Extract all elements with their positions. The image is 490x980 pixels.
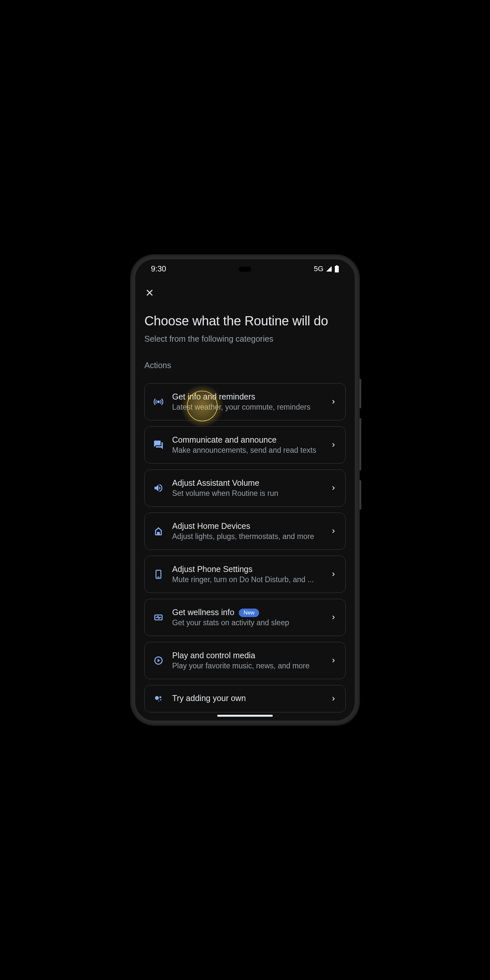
action-title: Try adding your own — [172, 694, 322, 703]
phone-side-button — [360, 480, 361, 510]
svg-point-8 — [158, 701, 159, 702]
chevron-right-icon — [329, 614, 337, 621]
action-item-home-devices[interactable]: Adjust Home Devices Adjust lights, plugs… — [145, 512, 345, 550]
chevron-right-icon — [329, 441, 337, 449]
svg-point-7 — [160, 699, 161, 700]
action-title: Adjust Assistant Volume — [172, 478, 322, 488]
new-badge: New — [239, 609, 259, 617]
chevron-right-icon — [329, 484, 337, 492]
action-subtitle: Adjust lights, plugs, thermostats, and m… — [172, 532, 322, 541]
action-item-media[interactable]: Play and control media Play your favorit… — [145, 642, 345, 679]
phone-screen: 9:30 5G Choose what the Routine will do … — [135, 259, 355, 721]
volume-icon — [153, 482, 164, 494]
action-item-phone-settings[interactable]: Adjust Phone Settings Mute ringer, turn … — [145, 556, 345, 593]
action-subtitle: Mute ringer, turn on Do Not Disturb, and… — [172, 575, 322, 584]
action-title: Adjust Phone Settings — [172, 565, 322, 574]
action-subtitle: Get your stats on activity and sleep — [172, 618, 322, 627]
navigation-handle[interactable] — [217, 715, 273, 717]
chevron-right-icon — [329, 695, 337, 703]
action-list: Get info and reminders Latest weather, y… — [145, 383, 345, 713]
chevron-right-icon — [329, 398, 337, 406]
camera-cutout — [239, 267, 251, 272]
action-subtitle: Set volume when Routine is run — [172, 489, 322, 498]
action-title: Adjust Home Devices — [172, 521, 322, 531]
page-subtitle: Select from the following categories — [145, 334, 345, 344]
action-title: Play and control media — [172, 651, 322, 660]
chevron-right-icon — [329, 527, 337, 535]
phone-side-button — [360, 418, 361, 470]
action-title: Communicate and announce — [172, 435, 322, 445]
svg-point-6 — [159, 696, 161, 698]
status-time: 9:30 — [151, 264, 166, 274]
phone-frame: 9:30 5G Choose what the Routine will do … — [130, 255, 360, 725]
page-title: Choose what the Routine will do — [145, 313, 345, 328]
close-button[interactable] — [143, 286, 156, 299]
action-subtitle: Latest weather, your commute, reminders — [172, 403, 322, 412]
chevron-right-icon — [329, 657, 337, 665]
svg-point-5 — [155, 696, 159, 700]
section-label: Actions — [145, 361, 345, 370]
action-item-custom[interactable]: Try adding your own — [145, 685, 345, 713]
play-icon — [153, 655, 164, 667]
signal-icon — [325, 266, 332, 272]
chat-icon — [153, 439, 164, 451]
phone-side-button — [360, 379, 361, 408]
action-subtitle: Make announcements, send and read texts — [172, 446, 322, 455]
action-title: Get info and reminders — [172, 392, 322, 401]
action-item-volume[interactable]: Adjust Assistant Volume Set volume when … — [145, 469, 345, 507]
action-title: Get wellness info — [172, 608, 234, 617]
home-icon — [153, 525, 164, 537]
action-item-info-reminders[interactable]: Get info and reminders Latest weather, y… — [145, 383, 345, 420]
action-item-communicate[interactable]: Communicate and announce Make announceme… — [145, 426, 345, 463]
battery-icon — [334, 265, 339, 272]
status-network: 5G — [314, 265, 323, 273]
action-subtitle: Play your favorite music, news, and more — [172, 662, 322, 670]
assistant-icon — [153, 693, 164, 705]
svg-point-0 — [157, 401, 160, 403]
chevron-right-icon — [329, 570, 337, 578]
action-item-wellness[interactable]: Get wellness info New Get your stats on … — [145, 599, 345, 636]
phone-icon — [153, 568, 164, 580]
broadcast-icon — [153, 396, 164, 408]
wellness-icon — [153, 611, 164, 623]
